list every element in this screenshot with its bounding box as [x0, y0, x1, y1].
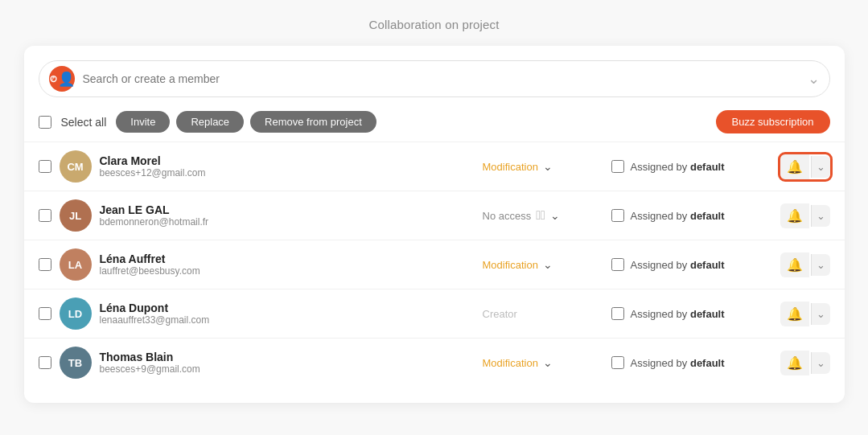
role-label: Creator	[483, 308, 517, 320]
member-row: JL Jean LE GAL bdemonneron@hotmail.fr No…	[24, 191, 845, 240]
role-chevron-icon[interactable]: ⌄	[550, 209, 560, 222]
notification-dropdown-button[interactable]: ⌄	[811, 303, 830, 325]
member-name: Léna Dupont	[100, 302, 475, 314]
notification-bell-button[interactable]: 🔔	[780, 203, 809, 228]
assign-checkbox[interactable]	[611, 258, 624, 271]
page-title: Collaboration on project	[368, 18, 499, 31]
notification-bell-button[interactable]: 🔔	[780, 252, 809, 277]
role-section: No access 👁̸ ⌄	[483, 208, 603, 223]
toolbar: Select all Invite Replace Remove from pr…	[24, 105, 845, 142]
member-row: LA Léna Auffret lauffret@beesbusy.com Mo…	[24, 240, 845, 289]
bell-icon: 🔔	[787, 159, 803, 174]
notification-dropdown-button[interactable]: ⌄	[811, 254, 830, 276]
member-row: TB Thomas Blain beesces+9@gmail.com Modi…	[24, 338, 845, 387]
role-chevron-icon[interactable]: ⌄	[543, 258, 553, 271]
notif-chevron-icon: ⌄	[817, 308, 825, 320]
notification-section: 🔔 ⌄	[780, 203, 830, 228]
assign-label: Assigned by default	[631, 210, 725, 222]
assign-label: Assigned by default	[631, 357, 725, 369]
role-section: Modification ⌄	[483, 160, 603, 173]
avatar: LD	[60, 298, 92, 330]
select-all-label: Select all	[61, 116, 107, 129]
search-input[interactable]	[83, 72, 808, 85]
member-email: beesces+12@gmail.com	[100, 167, 475, 179]
member-name: Thomas Blain	[100, 351, 475, 363]
member-row: LD Léna Dupont lenaauffret33@gmail.com C…	[24, 289, 845, 338]
buzz-subscription-button[interactable]: Buzz subscription	[716, 110, 830, 133]
member-name: Clara Morel	[100, 154, 475, 167]
notification-bell-button[interactable]: 🔔	[780, 302, 809, 326]
hidden-eye-icon: 👁̸	[536, 208, 545, 223]
main-container: 👤 ⌄ Select all Invite Replace Remove fro…	[24, 46, 845, 403]
role-chevron-icon[interactable]: ⌄	[543, 356, 553, 369]
avatar: TB	[60, 347, 92, 379]
member-list: CM Clara Morel beesces+12@gmail.com Modi…	[24, 142, 845, 387]
notification-dropdown-button[interactable]: ⌄	[811, 205, 830, 227]
assign-checkbox[interactable]	[611, 160, 624, 173]
assign-section: Assigned by default	[611, 356, 772, 369]
avatar: JL	[60, 199, 92, 232]
select-all-checkbox[interactable]	[39, 116, 51, 129]
assign-section: Assigned by default	[611, 209, 772, 222]
notification-dropdown-button[interactable]: ⌄	[811, 352, 830, 374]
role-label: No access	[483, 210, 532, 222]
search-dropdown-arrow[interactable]: ⌄	[808, 70, 820, 88]
assign-label: Assigned by default	[631, 259, 725, 271]
notif-chevron-icon: ⌄	[817, 210, 825, 222]
member-row: CM Clara Morel beesces+12@gmail.com Modi…	[24, 142, 845, 191]
search-bar: 👤 ⌄	[39, 60, 830, 97]
member-info: Léna Auffret lauffret@beesbusy.com	[100, 252, 475, 277]
role-label: Modification	[483, 161, 538, 173]
member-email: lenaauffret33@gmail.com	[100, 314, 475, 326]
assign-section: Assigned by default	[611, 160, 772, 173]
avatar: LA	[60, 248, 92, 281]
member-name: Jean LE GAL	[100, 203, 475, 216]
notification-section: 🔔 ⌄	[780, 154, 830, 179]
notification-section: 🔔 ⌄	[780, 252, 830, 277]
member-checkbox[interactable]	[39, 160, 51, 173]
assign-section: Assigned by default	[611, 307, 772, 320]
assign-section: Assigned by default	[611, 258, 772, 271]
notif-chevron-icon: ⌄	[817, 357, 825, 369]
member-info: Clara Morel beesces+12@gmail.com	[100, 154, 475, 179]
bell-icon: 🔔	[787, 208, 803, 224]
role-section: Creator	[483, 308, 603, 320]
notif-chevron-icon: ⌄	[817, 259, 825, 271]
member-info: Léna Dupont lenaauffret33@gmail.com	[100, 302, 475, 326]
role-label: Modification	[483, 259, 538, 271]
bell-icon: 🔔	[787, 306, 803, 322]
assign-checkbox[interactable]	[611, 209, 624, 222]
role-section: Modification ⌄	[483, 356, 603, 369]
notification-bell-button[interactable]: 🔔	[780, 154, 809, 179]
replace-button[interactable]: Replace	[176, 111, 244, 133]
member-checkbox[interactable]	[39, 258, 51, 271]
member-info: Thomas Blain beesces+9@gmail.com	[100, 351, 475, 375]
notif-chevron-icon: ⌄	[817, 161, 825, 173]
member-checkbox[interactable]	[39, 356, 51, 369]
role-label: Modification	[483, 357, 538, 369]
assign-checkbox[interactable]	[611, 307, 624, 320]
notification-bell-button[interactable]: 🔔	[780, 351, 809, 375]
avatar: CM	[60, 150, 92, 183]
notification-section: 🔔 ⌄	[780, 302, 830, 326]
member-email: beesces+9@gmail.com	[100, 363, 475, 375]
member-email: lauffret@beesbusy.com	[100, 265, 475, 277]
remove-button[interactable]: Remove from project	[250, 111, 376, 133]
assign-label: Assigned by default	[631, 161, 725, 173]
search-icon-button[interactable]: 👤	[49, 66, 75, 92]
role-section: Modification ⌄	[483, 258, 603, 271]
role-chevron-icon[interactable]: ⌄	[543, 160, 553, 173]
member-checkbox[interactable]	[39, 209, 51, 222]
assign-label: Assigned by default	[631, 308, 725, 320]
member-name: Léna Auffret	[100, 252, 475, 265]
invite-button[interactable]: Invite	[116, 111, 170, 133]
assign-checkbox[interactable]	[611, 356, 624, 369]
bell-icon: 🔔	[787, 355, 803, 371]
svg-point-2	[51, 78, 53, 80]
notification-dropdown-button[interactable]: ⌄	[811, 156, 830, 178]
member-checkbox[interactable]	[39, 307, 51, 320]
member-email: bdemonneron@hotmail.fr	[100, 216, 475, 228]
notification-section: 🔔 ⌄	[780, 351, 830, 375]
member-info: Jean LE GAL bdemonneron@hotmail.fr	[100, 203, 475, 228]
bell-icon: 🔔	[787, 257, 803, 273]
